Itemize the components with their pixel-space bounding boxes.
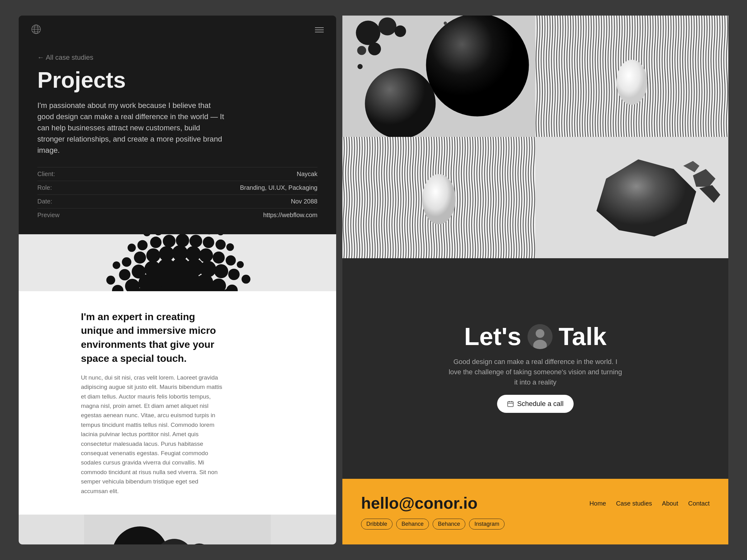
svg-point-93 [394, 26, 406, 37]
schedule-btn-label: Schedule a call [517, 400, 563, 408]
svg-point-23 [176, 234, 189, 247]
svg-point-91 [368, 43, 381, 55]
footer-tags: Dribbble Behance Behance Instagram [361, 518, 505, 530]
left-content: ← All case studies Projects I'm passiona… [19, 44, 336, 234]
svg-point-30 [134, 252, 146, 264]
svg-point-95 [444, 22, 447, 25]
footer-tag-dribbble[interactable]: Dribbble [361, 518, 392, 530]
svg-point-36 [212, 252, 225, 264]
footer-nav-home[interactable]: Home [590, 500, 606, 507]
svg-point-21 [150, 237, 161, 248]
meta-table: Client: Naycak Role: Branding, UI.UX, Pa… [37, 167, 317, 222]
footer-left: hello@conor.io Dribbble Behance Behance … [361, 494, 505, 530]
footer-nav-about[interactable]: About [662, 500, 678, 507]
footer-tag-behance2[interactable]: Behance [433, 518, 465, 530]
svg-point-40 [106, 276, 115, 285]
svg-point-24 [189, 235, 202, 248]
preview-link[interactable]: https://webflow.com [93, 209, 317, 222]
page-title: Projects [37, 68, 317, 92]
schedule-call-button[interactable]: Schedule a call [497, 395, 573, 413]
left-header [19, 16, 336, 44]
svg-point-49 [228, 269, 240, 280]
footer-tag-instagram[interactable]: Instagram [469, 518, 505, 530]
svg-point-41 [119, 269, 130, 281]
svg-rect-111 [508, 402, 513, 407]
client-label: Client: [37, 167, 93, 181]
svg-point-87 [426, 16, 529, 116]
svg-point-39 [237, 261, 244, 268]
svg-point-99 [616, 60, 647, 105]
svg-point-37 [226, 256, 236, 266]
bubbles-image-cell [342, 16, 535, 137]
footer-email[interactable]: hello@conor.io [361, 494, 505, 512]
top-images-grid [342, 16, 728, 258]
dots-image-section [19, 234, 336, 291]
date-label: Date: [37, 195, 93, 209]
left-panel: ← All case studies Projects I'm passiona… [19, 16, 336, 544]
svg-point-22 [163, 235, 176, 248]
svg-point-48 [214, 264, 228, 278]
client-value: Naycak [93, 167, 317, 181]
svg-point-38 [113, 261, 120, 269]
right-panel: Let's Talk Good design can make a real d… [342, 16, 728, 544]
footer-nav-case-studies[interactable]: Case studies [616, 500, 652, 507]
cta-heading-end: Talk [559, 324, 607, 349]
hamburger-icon[interactable] [315, 27, 324, 32]
svg-point-28 [226, 243, 234, 251]
svg-point-90 [379, 18, 396, 35]
svg-point-96 [454, 29, 456, 30]
cta-heading: Let's Talk [464, 324, 607, 349]
cta-section: Let's Talk Good design can make a real d… [342, 258, 728, 479]
svg-point-89 [356, 21, 380, 45]
expert-body: Ut nunc, dui sit nisi, cras velit lorem.… [81, 373, 224, 496]
date-value: Nov 2088 [93, 195, 317, 209]
role-value: Branding, UI.UX, Packaging [93, 181, 317, 195]
footer-section: hello@conor.io Dribbble Behance Behance … [342, 479, 728, 544]
svg-point-92 [357, 46, 366, 55]
preview-label: Preview [37, 209, 93, 222]
svg-point-107 [422, 174, 455, 224]
svg-point-20 [137, 240, 148, 250]
cta-heading-start: Let's [464, 324, 521, 349]
logo-icon [31, 24, 41, 35]
svg-point-88 [365, 68, 435, 137]
wavy-image-cell [342, 137, 535, 258]
expert-heading: I'm an expert in creating unique and imm… [81, 310, 218, 366]
back-link[interactable]: ← All case studies [37, 54, 317, 61]
svg-point-109 [536, 329, 544, 338]
calendar-icon [507, 400, 514, 407]
cta-subtext: Good design can make a real difference i… [448, 356, 622, 387]
main-container: ← All case studies Projects I'm passiona… [19, 16, 728, 544]
svg-point-26 [215, 240, 226, 250]
role-label: Role: [37, 181, 93, 195]
svg-point-50 [241, 275, 251, 284]
svg-point-94 [358, 64, 363, 70]
page-description: I'm passionate about my work because I b… [37, 100, 224, 156]
svg-point-27 [128, 244, 136, 252]
bottom-image-section [19, 514, 336, 544]
left-text-section: I'm an expert in creating unique and imm… [19, 291, 336, 514]
right-tall-cell [535, 16, 728, 258]
svg-point-31 [146, 248, 160, 263]
svg-point-35 [199, 248, 213, 263]
svg-point-29 [122, 257, 132, 267]
footer-nav-contact[interactable]: Contact [688, 500, 710, 507]
footer-tag-behance1[interactable]: Behance [396, 518, 429, 530]
svg-point-25 [203, 237, 214, 248]
cta-avatar [527, 324, 552, 349]
footer-nav: Home Case studies About Contact [590, 500, 710, 507]
